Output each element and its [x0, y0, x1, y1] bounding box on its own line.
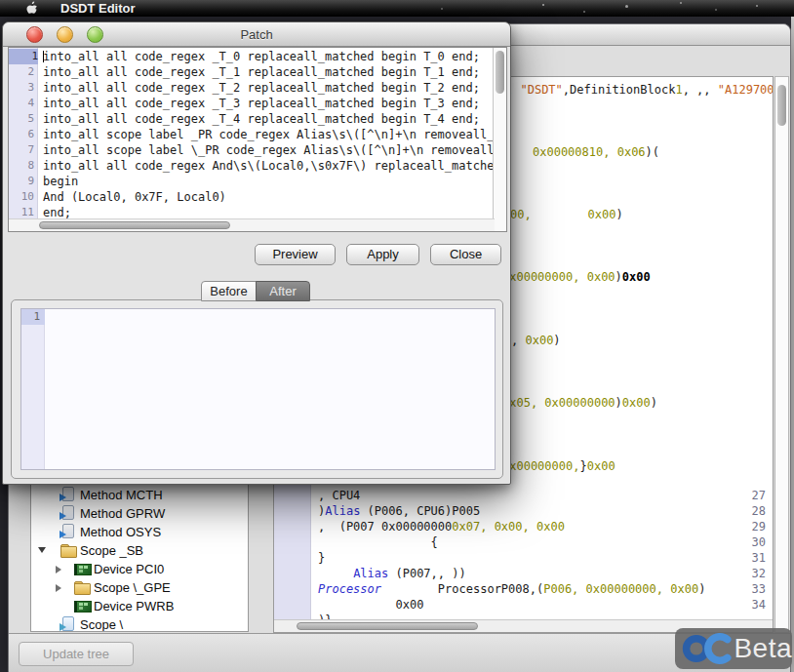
- patch-code-line[interactable]: 1into_all all code_regex _T_0 replaceall…: [9, 49, 506, 64]
- code-text: into_all scope label _PR code_regex Alia…: [43, 127, 507, 142]
- star-decoration: [756, 5, 758, 7]
- patch-code-editor[interactable]: 1into_all all code_regex _T_0 replaceall…: [8, 47, 507, 232]
- tree-item-scope-gpe[interactable]: Scope \_GPE: [31, 578, 248, 597]
- scrollbar-thumb[interactable]: [496, 51, 504, 94]
- code-line[interactable]: )Alias (P006, CPU6)P005: [318, 503, 480, 519]
- code-fragment: 0x00000000, 0x00)0x00: [502, 269, 651, 285]
- app-menu-title[interactable]: DSDT Editor: [60, 1, 136, 16]
- line-number: 8: [9, 158, 34, 174]
- folder-icon: [73, 579, 90, 595]
- horizontal-scrollbar[interactable]: [9, 218, 495, 231]
- tree-item-label: Method GPRW: [80, 506, 165, 521]
- tree-item-method-gprw[interactable]: Method GPRW: [31, 504, 248, 523]
- tree-item-label: Scope \_GPE: [94, 580, 171, 595]
- expand-arrow-icon[interactable]: [56, 584, 61, 592]
- code-line[interactable]: , CPU4: [318, 488, 360, 503]
- patch-code-line[interactable]: 5into_all all code_regex _T_4 replaceall…: [9, 111, 506, 127]
- code-fragment: , "DSDT",DefinitionBlock1, ,, "A129700: [506, 82, 774, 98]
- line-number: 1: [9, 49, 38, 64]
- line-number: 6: [9, 127, 34, 142]
- line-number: 1: [21, 309, 45, 325]
- patch-dialog-title: Patch: [3, 22, 510, 47]
- code-line[interactable]: Processor ProcessorP008,(P006, 0x0000000…: [318, 581, 705, 597]
- code-text: into_all all code_regex _T_1 replaceall_…: [43, 64, 480, 80]
- line-number: 29: [736, 519, 766, 534]
- line-number-gutter: [21, 309, 45, 469]
- tree-item-method-mcth[interactable]: Method MCTH: [31, 486, 248, 504]
- preview-button[interactable]: Preview: [255, 244, 336, 265]
- code-text: into_all all code_regex And\s\(Local0,\s…: [43, 158, 501, 174]
- expand-arrow-icon[interactable]: [56, 566, 61, 573]
- code-text: into_all scope label \_PR code_regex Ali…: [43, 142, 507, 158]
- after-code-line[interactable]: 1: [21, 309, 495, 325]
- vertical-scrollbar[interactable]: [774, 76, 789, 633]
- tree-item-label: Scope \: [80, 617, 123, 632]
- zoom-window-icon[interactable]: [87, 26, 103, 43]
- line-number: 2: [9, 64, 34, 80]
- code-text: into_all all code_regex _T_2 replaceall_…: [43, 80, 480, 96]
- collapse-arrow-icon[interactable]: [38, 547, 46, 553]
- patch-dialog: Patch 1into_all all code_regex _T_0 repl…: [2, 21, 511, 485]
- tab-after[interactable]: After: [256, 281, 310, 301]
- scrollbar-thumb[interactable]: [297, 622, 478, 630]
- line-number: 27: [736, 488, 766, 503]
- pcbeta-watermark: Beta: [675, 628, 792, 669]
- code-text: into_all all code_regex _T_4 replaceall_…: [43, 111, 480, 127]
- update-tree-button[interactable]: Update tree: [19, 642, 134, 666]
- line-number: 28: [736, 503, 766, 519]
- tree-item-label: Device PCI0: [94, 562, 164, 576]
- patch-code-line[interactable]: 3into_all all code_regex _T_2 replaceall…: [9, 80, 506, 96]
- code-text: into_all all code_regex _T_3 replaceall_…: [43, 96, 480, 111]
- star-decoration: [625, 5, 628, 8]
- code-line[interactable]: Alias (P007,, )): [318, 566, 466, 581]
- code-fragment: 0x00000000,}0x00: [502, 458, 615, 474]
- method-icon: [60, 524, 76, 539]
- device-icon: [73, 561, 90, 576]
- code-line[interactable]: , (P007 0x000000000x07, 0x00, 0x00: [318, 519, 565, 534]
- watermark-label: Beta: [734, 633, 792, 664]
- code-fragment: 00, 0x00): [510, 207, 623, 222]
- patch-code-line[interactable]: 6into_all scope label _PR code_regex Ali…: [9, 127, 506, 142]
- pcbeta-logo-icon: [680, 630, 733, 667]
- line-number: 9: [9, 174, 34, 189]
- line-number: 4: [9, 96, 34, 111]
- patch-code-line[interactable]: 8into_all all code_regex And\s\(Local0,\…: [9, 158, 506, 174]
- after-result-editor[interactable]: 1: [20, 308, 496, 470]
- tree-item-scope-sb[interactable]: Scope _SB: [31, 541, 248, 560]
- patch-code-line[interactable]: 9begin: [9, 174, 506, 189]
- vertical-scrollbar[interactable]: [493, 48, 506, 231]
- close-button[interactable]: Close: [430, 244, 501, 265]
- star-decoration: [441, 8, 443, 10]
- scrollbar-thumb[interactable]: [777, 85, 786, 126]
- tree-item-device-pwrb[interactable]: Device PWRB: [31, 597, 248, 615]
- apple-menu-icon[interactable]: [24, 1, 38, 16]
- patch-code-line[interactable]: 4into_all all code_regex _T_3 replaceall…: [9, 96, 506, 111]
- patch-code-line[interactable]: 7into_all scope label \_PR code_regex Al…: [9, 142, 506, 158]
- line-number: 30: [736, 534, 766, 550]
- tab-before[interactable]: Before: [201, 281, 257, 301]
- tree-item-device-pci0[interactable]: Device PCI0: [31, 560, 248, 578]
- line-number: 3: [9, 80, 34, 96]
- tree-item-method-osys[interactable]: Method OSYS: [31, 523, 248, 541]
- star-decoration: [583, 11, 585, 13]
- tree-item-scope[interactable]: Scope \: [31, 615, 248, 632]
- line-number: 33: [736, 581, 766, 597]
- bottom-bar: Update tree: [9, 633, 790, 672]
- code-text: begin: [43, 174, 78, 189]
- scrollbar-thumb[interactable]: [39, 221, 230, 229]
- patch-code-line[interactable]: 2into_all all code_regex _T_1 replaceall…: [9, 64, 506, 80]
- code-text: And (Local0, 0x7F, Local0): [43, 189, 226, 205]
- minimize-window-icon[interactable]: [57, 26, 73, 43]
- line-number: 7: [9, 142, 34, 158]
- code-line[interactable]: }: [318, 550, 325, 566]
- tree-item-label: Method OSYS: [80, 525, 161, 539]
- code-line[interactable]: {: [318, 534, 438, 550]
- code-line[interactable]: 0x00: [318, 597, 423, 613]
- patch-titlebar[interactable]: Patch: [3, 22, 510, 47]
- line-number: 31: [736, 550, 766, 566]
- tree-item-label: Scope _SB: [80, 543, 143, 558]
- close-window-icon[interactable]: [26, 26, 43, 43]
- line-number: 5: [9, 111, 34, 127]
- apply-button[interactable]: Apply: [346, 244, 419, 265]
- patch-code-line[interactable]: 10And (Local0, 0x7F, Local0): [9, 189, 506, 205]
